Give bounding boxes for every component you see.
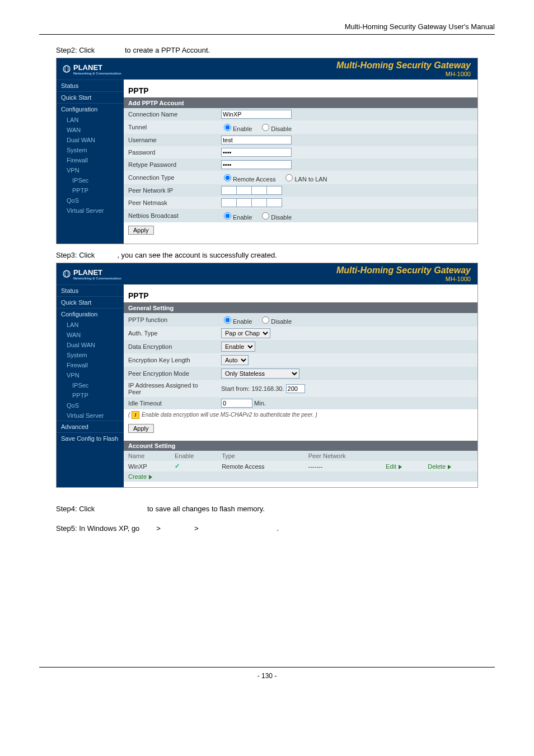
- sidebar-item-quickstart[interactable]: Quick Start: [57, 91, 124, 103]
- cell-type: Remote Access: [217, 461, 304, 472]
- globe-icon: [62, 269, 71, 278]
- sidebar-item-ipsec[interactable]: IPSec: [57, 380, 124, 390]
- warning-icon: !: [132, 411, 139, 419]
- label-ip-assigned: IP Addresses Assigned to Peer: [124, 380, 217, 397]
- select-auth-type[interactable]: Pap or Chap: [221, 328, 270, 338]
- radio-remote-access[interactable]: [224, 174, 231, 181]
- input-peer-network-ip[interactable]: [221, 186, 282, 195]
- label-netbios: Netbios Broadcast: [124, 209, 217, 222]
- sidebar-item-status[interactable]: Status: [57, 80, 124, 91]
- sidebar-item-firewall[interactable]: Firewall: [57, 360, 124, 370]
- input-idle-timeout[interactable]: [221, 399, 252, 408]
- sidebar-item-system[interactable]: System: [57, 145, 124, 155]
- radio-lan-to-lan[interactable]: [285, 174, 293, 181]
- sidebar-item-vpn[interactable]: VPN: [57, 370, 124, 380]
- sidebar-item-pptp[interactable]: PPTP: [57, 390, 124, 400]
- apply-button-2[interactable]: Apply: [128, 424, 154, 433]
- svg-point-3: [65, 270, 68, 277]
- sidebar-item-lan[interactable]: LAN: [57, 320, 124, 330]
- step2-text: Step2: Click to create a PPTP Account.: [56, 46, 495, 54]
- sidebar-item-quickstart[interactable]: Quick Start: [57, 296, 124, 308]
- label-tunnel: Tunnel: [124, 120, 217, 134]
- label-peer-netmask: Peer Netmask: [124, 197, 217, 209]
- label-enc-key-len: Encryption Key Length: [124, 353, 217, 367]
- col-peer: Peer Network: [304, 451, 381, 461]
- sidebar-item-pptp[interactable]: PPTP: [57, 185, 124, 195]
- input-peer-netmask[interactable]: [221, 198, 282, 207]
- arrow-icon: [399, 465, 402, 469]
- step5-text: Step5: In Windows XP, go>>.: [56, 524, 495, 533]
- sidebar-item-firewall[interactable]: Firewall: [57, 155, 124, 165]
- sidebar-item-virtualserver[interactable]: Virtual Server: [57, 410, 124, 421]
- sidebar-item-wan[interactable]: WAN: [57, 330, 124, 340]
- sidebar-item-dualwan[interactable]: Dual WAN: [57, 135, 124, 145]
- edit-link[interactable]: Edit: [386, 463, 402, 470]
- svg-point-0: [63, 66, 70, 72]
- label-peer-network-ip: Peer Network IP: [124, 184, 217, 197]
- product-title-2: Multi-Homing Security Gateway: [336, 265, 471, 276]
- brand-sub: Networking & Communication: [73, 72, 121, 75]
- sidebar-item-ipsec[interactable]: IPSec: [57, 175, 124, 185]
- panel-title-pptp2: PPTP: [124, 289, 477, 303]
- sidebar-item-configuration[interactable]: Configuration: [57, 308, 124, 320]
- label-retype-password: Retype Password: [124, 158, 217, 171]
- sidebar-item-lan[interactable]: LAN: [57, 115, 124, 125]
- doc-header: Multi-Homing Security Gateway User's Man…: [39, 22, 495, 35]
- label-auth-type: Auth. Type: [124, 326, 217, 340]
- label-username: Username: [124, 134, 217, 146]
- sidebar-item-dualwan[interactable]: Dual WAN: [57, 340, 124, 350]
- brand-sub-2: Networking & Communication: [73, 277, 121, 280]
- arrow-icon: [149, 475, 152, 479]
- col-type: Type: [217, 451, 304, 461]
- svg-point-2: [63, 270, 70, 277]
- product-model: MH-1000: [446, 71, 471, 77]
- sidebar-item-status[interactable]: Status: [57, 284, 124, 296]
- sidebar-nav-2: Status Quick Start Configuration LAN WAN…: [57, 284, 124, 487]
- radio-netbios-disable[interactable]: [262, 212, 269, 220]
- radio-netbios-enable[interactable]: [224, 212, 231, 220]
- sidebar-item-wan[interactable]: WAN: [57, 125, 124, 135]
- sidebar-item-qos[interactable]: QoS: [57, 195, 124, 206]
- sidebar-item-configuration[interactable]: Configuration: [57, 103, 124, 115]
- cell-name: WinXP: [124, 461, 170, 472]
- check-icon: ✓: [175, 463, 180, 469]
- app-window-1: PLANET Networking & Communication Multi-…: [56, 58, 478, 244]
- step3-text: Step3: Click, you can see the account is…: [56, 251, 495, 259]
- select-enc-key-len[interactable]: Auto: [221, 355, 249, 365]
- select-data-enc[interactable]: Enable: [221, 342, 255, 352]
- create-link[interactable]: Create: [128, 473, 152, 480]
- sidebar-item-advanced[interactable]: Advanced: [57, 421, 124, 432]
- app-window-2: PLANET Networking & Communication Multi-…: [56, 263, 478, 488]
- label-data-enc: Data Encryption: [124, 340, 217, 353]
- panel-title-pptp: PPTP: [124, 84, 477, 98]
- sidebar-item-vpn[interactable]: VPN: [57, 165, 124, 175]
- page-number: - 130 -: [39, 667, 495, 680]
- encryption-note: ( !Enable data encryption will use MS-CH…: [124, 409, 477, 421]
- section-account: Account Setting: [124, 441, 477, 451]
- input-password[interactable]: [221, 148, 292, 157]
- radio-func-disable[interactable]: [262, 316, 269, 324]
- label-conn-type: Connection Type: [124, 171, 217, 184]
- sidebar-item-saveconfig[interactable]: Save Config to Flash: [57, 432, 124, 444]
- sidebar-item-virtualserver[interactable]: Virtual Server: [57, 206, 124, 216]
- input-retype-password[interactable]: [221, 160, 292, 169]
- product-model-2: MH-1000: [446, 276, 471, 282]
- input-ip-last-octet[interactable]: [286, 384, 305, 393]
- select-peer-enc-mode[interactable]: Only Stateless: [221, 368, 299, 379]
- radio-tunnel-enable[interactable]: [224, 124, 231, 131]
- input-conn-name[interactable]: [221, 110, 292, 119]
- radio-tunnel-disable[interactable]: [262, 124, 269, 131]
- apply-button-1[interactable]: Apply: [128, 226, 154, 235]
- idle-unit: Min.: [254, 400, 266, 407]
- sidebar-item-system[interactable]: System: [57, 350, 124, 360]
- table-row: WinXP ✓ Remote Access ------- Edit Delet…: [124, 461, 477, 472]
- input-username[interactable]: [221, 136, 292, 144]
- sidebar-item-qos[interactable]: QoS: [57, 400, 124, 410]
- label-conn-name: Connection Name: [124, 108, 217, 120]
- label-password: Password: [124, 146, 217, 158]
- section-general: General Setting: [124, 303, 477, 313]
- brand-logo: PLANET Networking & Communication: [57, 63, 129, 75]
- section-add-pptp: Add PPTP Account: [124, 98, 477, 108]
- delete-link[interactable]: Delete: [428, 463, 451, 470]
- radio-func-enable[interactable]: [224, 316, 231, 324]
